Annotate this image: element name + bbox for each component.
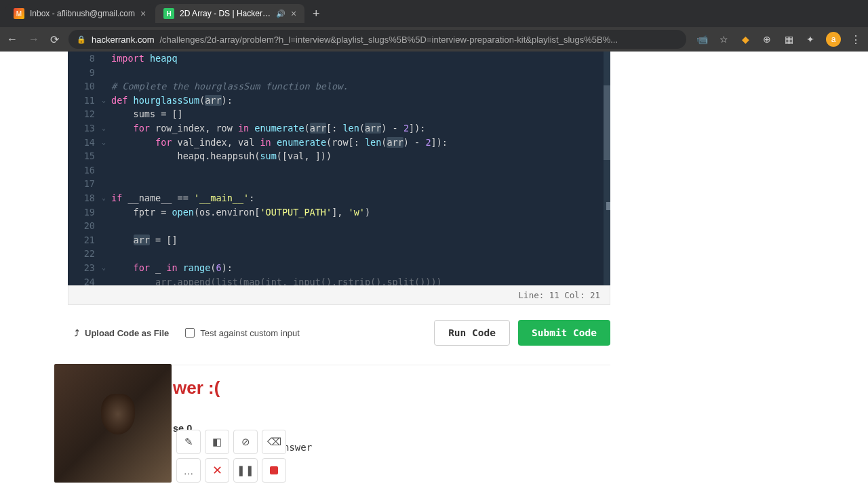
url-path: /challenges/2d-array/problem?h_l=intervi…	[159, 35, 618, 45]
new-tab-button[interactable]: +	[306, 4, 327, 24]
code-line[interactable]: 12 sums = []	[68, 107, 610, 121]
line-number: 15	[68, 149, 102, 163]
code-line[interactable]: 24 arr.append(list(map(int, input().rstr…	[68, 275, 610, 286]
code-line[interactable]: 21 arr = []	[68, 233, 610, 247]
fold-icon	[102, 205, 111, 220]
code-editor[interactable]: 8import heapq910# Complete the hourglass…	[68, 52, 610, 285]
code-line[interactable]: 18⌄if __name__ == '__main__':	[68, 191, 610, 205]
code-content[interactable]: if __name__ == '__main__':	[111, 191, 610, 205]
code-content[interactable]	[111, 247, 610, 261]
editor-statusbar: Line: 11 Col: 21	[68, 285, 610, 305]
fold-icon	[102, 275, 111, 286]
code-line[interactable]: 14⌄ for val_index, val in enumerate(row[…	[68, 136, 610, 150]
ext3-icon[interactable]: ▦	[783, 33, 795, 45]
webcam-overlay[interactable]	[54, 364, 172, 483]
line-number: 22	[68, 247, 102, 261]
line-number: 14	[68, 136, 102, 150]
ext1-icon[interactable]: ◆	[739, 33, 751, 45]
scrollbar-thumb[interactable]	[604, 85, 610, 160]
code-line[interactable]: 9	[68, 66, 610, 80]
code-content[interactable]: import heapq	[111, 52, 610, 66]
fold-icon[interactable]: ⌄	[102, 261, 111, 275]
fold-icon[interactable]: ⌄	[102, 136, 111, 150]
code-line[interactable]: 17	[68, 177, 610, 191]
code-line[interactable]: 13⌄ for row_index, row in enumerate(arr[…	[68, 121, 610, 136]
code-line[interactable]: 15 heapq.heappsuh(sum([val, ]))	[68, 149, 610, 163]
code-content[interactable]: arr = []	[111, 233, 610, 247]
tab-gmail[interactable]: M Inbox - aflibnush@gmail.com ×	[5, 4, 154, 23]
line-number: 10	[68, 79, 102, 94]
line-number: 12	[68, 107, 102, 121]
reload-icon[interactable]: ⟳	[50, 33, 59, 46]
code-content[interactable]	[111, 66, 610, 80]
eraser-icon[interactable]: ◧	[205, 430, 229, 454]
code-content[interactable]: heapq.heappsuh(sum([val, ]))	[111, 149, 610, 163]
cancel-icon[interactable]: ✕	[205, 458, 229, 483]
lock-icon: 🔒	[77, 35, 86, 44]
fold-icon[interactable]: ⌄	[102, 121, 111, 136]
close-icon[interactable]: ×	[140, 8, 146, 19]
upload-code-link[interactable]: ⤴ Upload Code as File	[75, 328, 169, 338]
submit-code-button[interactable]: Submit Code	[518, 320, 610, 346]
upload-label: Upload Code as File	[85, 328, 169, 338]
menu-icon[interactable]: ⋮	[850, 33, 861, 46]
code-line[interactable]: 23⌄ for _ in range(6):	[68, 261, 610, 275]
code-line[interactable]: 22	[68, 247, 610, 261]
back-icon[interactable]: ←	[7, 33, 18, 46]
code-content[interactable]: def hourglassSum(arr):	[111, 94, 610, 108]
code-content[interactable]	[111, 163, 610, 178]
ext2-icon[interactable]: ⊕	[761, 33, 773, 45]
code-line[interactable]: 19 fptr = open(os.environ['OUTPUT_PATH']…	[68, 205, 610, 220]
tab-hackerrank[interactable]: H 2D Array - DS | HackerRan 🔊 ×	[155, 4, 304, 23]
fold-icon	[102, 177, 111, 191]
tab-title: Inbox - aflibnush@gmail.com	[30, 9, 135, 18]
scrollbar-vertical[interactable]	[604, 52, 610, 285]
line-number: 21	[68, 233, 102, 247]
recorder-toolbar: ✎ ◧ ⊘ ⌫ … ✕ ❚❚	[176, 430, 286, 483]
line-number: 11	[68, 94, 102, 108]
tool-icon[interactable]: ⌫	[262, 430, 286, 454]
fold-icon	[102, 219, 111, 233]
close-icon[interactable]: ×	[291, 8, 296, 19]
pause-icon[interactable]: ❚❚	[233, 458, 258, 483]
line-number: 8	[68, 52, 102, 66]
star-icon[interactable]: ☆	[717, 33, 730, 45]
code-line[interactable]: 8import heapq	[68, 52, 610, 66]
run-code-button[interactable]: Run Code	[434, 320, 510, 346]
code-content[interactable]: arr.append(list(map(int, input().rstrip(…	[111, 275, 610, 286]
fold-icon	[102, 247, 111, 261]
code-content[interactable]: for row_index, row in enumerate(arr[: le…	[111, 121, 610, 136]
editor-container: 8import heapq910# Complete the hourglass…	[68, 52, 610, 305]
actions-right: Run Code Submit Code	[434, 320, 610, 346]
url-input[interactable]: 🔒 hackerrank.com/challenges/2d-array/pro…	[68, 30, 686, 49]
profile-avatar[interactable]: a	[826, 32, 841, 47]
code-content[interactable]: sums = []	[111, 107, 610, 121]
code-line[interactable]: 16	[68, 163, 610, 178]
code-content[interactable]	[111, 177, 610, 191]
more-icon[interactable]: …	[176, 458, 201, 483]
fold-icon[interactable]: ⌄	[102, 94, 111, 108]
forward-icon[interactable]: →	[28, 33, 39, 46]
line-number: 17	[68, 177, 102, 191]
code-line[interactable]: 10# Complete the hourglassSum function b…	[68, 79, 610, 94]
code-content[interactable]: for _ in range(6):	[111, 261, 610, 275]
gmail-favicon-icon: M	[14, 8, 24, 19]
recorder-row-2: … ✕ ❚❚	[176, 458, 286, 483]
stop-icon[interactable]	[262, 458, 286, 483]
code-content[interactable]: fptr = open(os.environ['OUTPUT_PATH'], '…	[111, 205, 610, 220]
checkbox-icon[interactable]	[185, 328, 195, 338]
fold-icon	[102, 79, 111, 94]
fold-icon	[102, 149, 111, 163]
camera-icon[interactable]: 📹	[696, 33, 708, 45]
code-line[interactable]: 11⌄def hourglassSum(arr):	[68, 94, 610, 108]
code-content[interactable]	[111, 219, 610, 233]
custom-input-checkbox[interactable]: Test against custom input	[185, 328, 300, 338]
fold-icon[interactable]: ⌄	[102, 191, 111, 205]
puzzle-icon[interactable]: ✦	[804, 33, 816, 45]
code-content[interactable]: # Complete the hourglassSum function bel…	[111, 79, 610, 94]
clear-icon[interactable]: ⊘	[233, 430, 258, 454]
code-content[interactable]: for val_index, val in enumerate(row[: le…	[111, 136, 610, 150]
fold-icon	[102, 52, 111, 66]
code-line[interactable]: 20	[68, 219, 610, 233]
pen-icon[interactable]: ✎	[176, 430, 201, 454]
